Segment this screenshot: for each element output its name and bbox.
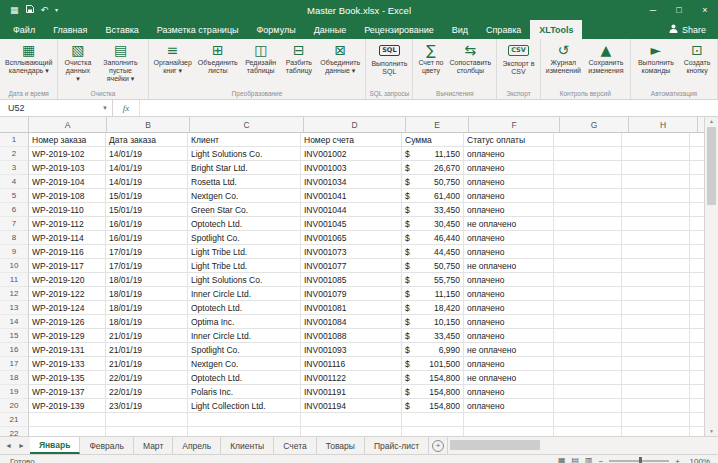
cell-I10[interactable]: [690, 259, 704, 273]
cell-I7[interactable]: [690, 217, 704, 231]
cell-D22[interactable]: [301, 427, 402, 436]
normal-view-icon[interactable]: ▦: [558, 457, 566, 463]
cell-G9[interactable]: [554, 245, 622, 259]
cell-D2[interactable]: INV001002: [301, 147, 402, 161]
ribbon-button-merge-data[interactable]: ⊠Объединить данные ▾: [317, 41, 363, 76]
cell-F22[interactable]: [464, 427, 554, 436]
cell-I18[interactable]: [690, 371, 704, 385]
cell-B21[interactable]: [106, 413, 188, 427]
cell-E7[interactable]: $30,450: [402, 217, 464, 231]
cell-D12[interactable]: INV001079: [301, 287, 402, 301]
row-header-16[interactable]: 16: [0, 343, 29, 357]
zoom-out-button[interactable]: −: [599, 457, 604, 463]
cell-A2[interactable]: WP-2019-102: [29, 147, 106, 161]
cell-F3[interactable]: оплачено: [464, 161, 554, 175]
cell-A18[interactable]: WP-2019-135: [29, 371, 106, 385]
add-sheet-button[interactable]: +: [429, 437, 447, 454]
cell-E13[interactable]: $18,420: [402, 301, 464, 315]
cell-D1[interactable]: Номер счета: [301, 133, 402, 147]
cell-D6[interactable]: INV001044: [301, 203, 402, 217]
cell-F2[interactable]: оплачено: [464, 147, 554, 161]
row-header-8[interactable]: 8: [0, 231, 29, 245]
sheet-tab-6[interactable]: Товары: [317, 437, 365, 454]
cell-C1[interactable]: Клиент: [188, 133, 301, 147]
cell-B19[interactable]: 22/01/19: [106, 385, 188, 399]
row-header-11[interactable]: 11: [0, 273, 29, 287]
row-header-5[interactable]: 5: [0, 189, 29, 203]
cell-E1[interactable]: Сумма: [402, 133, 464, 147]
cell-C5[interactable]: Nextgen Co.: [188, 189, 301, 203]
cell-C14[interactable]: Optima Inc.: [188, 315, 301, 329]
cell-B7[interactable]: 16/01/19: [106, 217, 188, 231]
cell-E21[interactable]: [402, 413, 464, 427]
cell-H5[interactable]: [622, 189, 690, 203]
cell-G1[interactable]: [554, 133, 622, 147]
cell-H20[interactable]: [622, 399, 690, 413]
zoom-slider[interactable]: [609, 460, 669, 462]
cell-C10[interactable]: Light Tribe Ltd.: [188, 259, 301, 273]
cell-F12[interactable]: оплачено: [464, 287, 554, 301]
cell-E10[interactable]: $50,750: [402, 259, 464, 273]
cell-G13[interactable]: [554, 301, 622, 315]
cell-E2[interactable]: $11,150: [402, 147, 464, 161]
cell-G7[interactable]: [554, 217, 622, 231]
ribbon-tab-t4[interactable]: Формулы: [248, 20, 305, 39]
cell-G2[interactable]: [554, 147, 622, 161]
cell-D9[interactable]: INV001073: [301, 245, 402, 259]
cell-E6[interactable]: $33,450: [402, 203, 464, 217]
cell-A3[interactable]: WP-2019-103: [29, 161, 106, 175]
ribbon-button-sql[interactable]: SQLВыполнить SQL: [368, 41, 410, 77]
row-header-9[interactable]: 9: [0, 245, 29, 259]
cell-C18[interactable]: Optotech Ltd.: [188, 371, 301, 385]
cell-I19[interactable]: [690, 385, 704, 399]
cell-A1[interactable]: Номер заказа: [29, 133, 106, 147]
cell-I20[interactable]: [690, 399, 704, 413]
save-icon[interactable]: [26, 5, 34, 15]
cell-A5[interactable]: WP-2019-108: [29, 189, 106, 203]
cell-H15[interactable]: [622, 329, 690, 343]
cell-A4[interactable]: WP-2019-104: [29, 175, 106, 189]
sheet-tab-7[interactable]: Прайс-лист: [365, 437, 429, 454]
row-header-10[interactable]: 10: [0, 259, 29, 273]
cell-F14[interactable]: оплачено: [464, 315, 554, 329]
ribbon-tab-t3[interactable]: Разметка страницы: [148, 20, 248, 39]
cell-H12[interactable]: [622, 287, 690, 301]
cell-D5[interactable]: INV001041: [301, 189, 402, 203]
cell-C13[interactable]: Optotech Ltd.: [188, 301, 301, 315]
cell-A15[interactable]: WP-2019-129: [29, 329, 106, 343]
cell-I5[interactable]: [690, 189, 704, 203]
cell-H6[interactable]: [622, 203, 690, 217]
cell-C2[interactable]: Light Solutions Co.: [188, 147, 301, 161]
cell-I21[interactable]: [690, 413, 704, 427]
cell-G18[interactable]: [554, 371, 622, 385]
row-header-1[interactable]: 1: [0, 133, 29, 147]
cell-G5[interactable]: [554, 189, 622, 203]
cell-D20[interactable]: INV001194: [301, 399, 402, 413]
ribbon-tab-t5[interactable]: Данные: [305, 20, 356, 39]
cell-F21[interactable]: [464, 413, 554, 427]
cell-B22[interactable]: [106, 427, 188, 436]
cell-G17[interactable]: [554, 357, 622, 371]
cell-B13[interactable]: 18/01/19: [106, 301, 188, 315]
horizontal-scrollbar-thumb[interactable]: [450, 440, 540, 450]
cell-E18[interactable]: $154,800: [402, 371, 464, 385]
cell-D11[interactable]: INV001085: [301, 273, 402, 287]
cell-A10[interactable]: WP-2019-117: [29, 259, 106, 273]
ribbon-button-combine-sheets[interactable]: ⊞Объединить листы: [195, 41, 241, 76]
cell-H19[interactable]: [622, 385, 690, 399]
cell-C20[interactable]: Light Collection Ltd.: [188, 399, 301, 413]
cell-B5[interactable]: 15/01/19: [106, 189, 188, 203]
cell-A14[interactable]: WP-2019-126: [29, 315, 106, 329]
cell-F4[interactable]: оплачено: [464, 175, 554, 189]
cell-I14[interactable]: [690, 315, 704, 329]
cell-B8[interactable]: 16/01/19: [106, 231, 188, 245]
scroll-up-icon[interactable]: ▲: [709, 117, 714, 126]
row-header-21[interactable]: 21: [0, 413, 29, 427]
cell-A22[interactable]: [29, 427, 106, 436]
formula-input[interactable]: [140, 100, 718, 116]
cell-I16[interactable]: [690, 343, 704, 357]
cell-D14[interactable]: INV001084: [301, 315, 402, 329]
cell-A7[interactable]: WP-2019-112: [29, 217, 106, 231]
cell-E12[interactable]: $11,150: [402, 287, 464, 301]
column-header-H[interactable]: H: [629, 117, 698, 132]
